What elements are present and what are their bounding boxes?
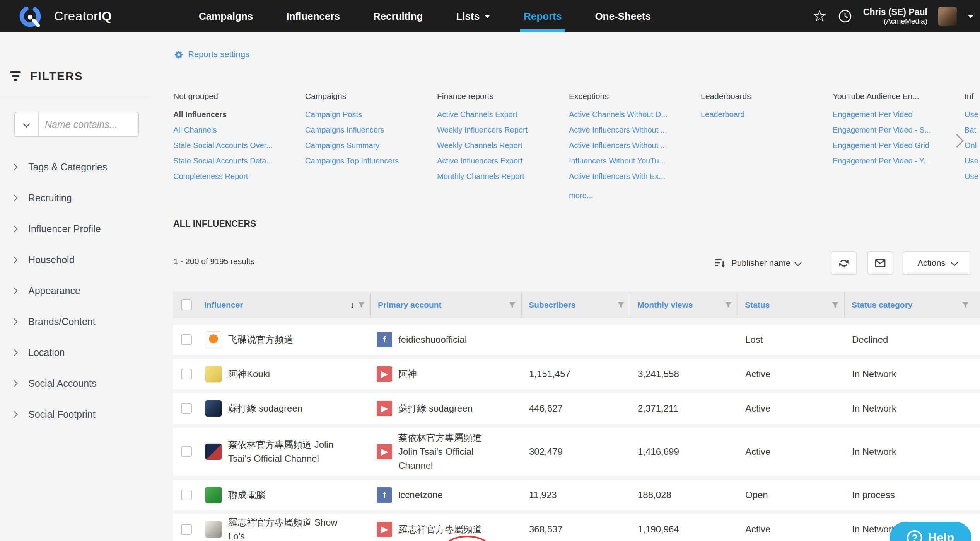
report-link[interactable]: Engagement Per Video - S...: [833, 122, 956, 138]
sort-desc-icon[interactable]: ↓: [350, 301, 355, 310]
filter-funnel-icon[interactable]: [509, 301, 516, 309]
report-link[interactable]: Campaign Posts: [305, 107, 429, 122]
filter-section-item[interactable]: Tags & Categories: [0, 151, 155, 182]
network-icon: ▶: [377, 444, 392, 459]
influencer-name[interactable]: 聯成電腦: [228, 488, 265, 502]
app-logo[interactable]: CreatorIQ: [18, 0, 112, 32]
report-link[interactable]: Active Influencers Export: [437, 153, 560, 168]
table-row[interactable]: 聯成電腦 f lccnetzone 11,923 188,028 Open In…: [173, 480, 980, 510]
nav-item[interactable]: Reports: [524, 0, 562, 32]
filter-section-item[interactable]: Household: [0, 244, 155, 275]
report-link[interactable]: Campaigns Top Influencers: [305, 153, 429, 168]
sort-lines-icon: [714, 257, 726, 269]
nav-item[interactable]: One-Sheets: [595, 0, 651, 32]
influencer-name[interactable]: 阿神Kouki: [228, 367, 270, 381]
table-row[interactable]: 阿神Kouki ▶ 阿神 1,151,457 3,241,558 Active …: [173, 359, 980, 389]
report-link[interactable]: Campaigns Influencers: [305, 122, 429, 138]
column-header-influencer[interactable]: Influencer ↓: [197, 292, 370, 318]
report-link[interactable]: Use: [965, 107, 980, 122]
column-header-monthly-views[interactable]: Monthly views: [630, 292, 738, 318]
report-link[interactable]: Engagement Per Video - Y...: [833, 153, 956, 168]
row-checkbox[interactable]: [181, 369, 192, 379]
report-link[interactable]: Monthly Channels Report: [437, 168, 560, 184]
report-link[interactable]: All Channels: [173, 122, 297, 138]
filter-section-label: Tags & Categories: [28, 162, 107, 173]
report-link[interactable]: Engagement Per Video: [833, 107, 956, 122]
actions-label: Actions: [917, 258, 945, 268]
report-link[interactable]: Stale Social Accounts Over...: [173, 138, 297, 153]
report-link[interactable]: Use: [965, 153, 980, 168]
report-link[interactable]: Active Influencers Without ...: [569, 122, 692, 138]
select-all-checkbox[interactable]: [181, 299, 192, 310]
column-header-primary-account[interactable]: Primary account: [370, 292, 521, 318]
report-link[interactable]: Bat: [965, 122, 980, 138]
name-contains-input[interactable]: [39, 112, 138, 136]
report-link[interactable]: Active Channels Without D...: [569, 107, 692, 122]
filter-icon: [10, 71, 21, 81]
filter-funnel-icon[interactable]: [831, 301, 839, 309]
filter-section-item[interactable]: Social Footprint: [0, 399, 155, 430]
filter-section-item[interactable]: Social Accounts: [0, 368, 155, 399]
recent-history-button[interactable]: [838, 9, 852, 24]
email-button[interactable]: [867, 251, 893, 275]
filter-type-dropdown[interactable]: [15, 112, 39, 136]
refresh-button[interactable]: [831, 251, 857, 275]
report-link[interactable]: Stale Social Accounts Deta...: [173, 153, 297, 168]
filter-section-item[interactable]: Appearance: [0, 275, 155, 306]
nav-item[interactable]: Lists: [456, 0, 490, 32]
report-link[interactable]: Active Influencers With Ex...: [569, 168, 692, 184]
filter-funnel-icon[interactable]: [725, 301, 732, 309]
report-link[interactable]: Influencers Without YouTu...: [569, 153, 692, 168]
filter-funnel-icon[interactable]: [962, 301, 969, 309]
table-row[interactable]: 羅志祥官方專屬頻道 Show Lo's ▶ 羅志祥官方專屬頻道 368,537 …: [173, 514, 980, 541]
report-link[interactable]: Active Influencers Without ...: [569, 138, 692, 153]
filter-funnel-icon[interactable]: [617, 301, 625, 309]
report-link[interactable]: Active Channels Export: [437, 107, 560, 122]
influencer-name[interactable]: 飞碟说官方频道: [228, 333, 293, 347]
more-reports-link[interactable]: more...: [569, 188, 692, 203]
filter-section-item[interactable]: Brands/Content: [0, 306, 155, 337]
report-link[interactable]: Campaigns Summary: [305, 138, 429, 153]
column-header-status[interactable]: Status: [738, 292, 844, 318]
report-link[interactable]: Use: [965, 168, 980, 184]
filter-section-item[interactable]: Recruiting: [0, 182, 155, 213]
report-group-exceptions: Exceptions Active Channels Without D...A…: [569, 92, 701, 203]
report-link[interactable]: Weekly Channels Report: [437, 138, 560, 153]
row-checkbox[interactable]: [181, 446, 192, 457]
nav-item[interactable]: Campaigns: [199, 0, 253, 32]
sort-control[interactable]: Publisher name: [714, 251, 801, 275]
report-link[interactable]: Completeness Report: [173, 168, 297, 184]
report-link[interactable]: Onl: [965, 138, 980, 153]
report-link[interactable]: Leaderboard: [701, 107, 824, 122]
report-link[interactable]: All Influencers: [173, 107, 297, 122]
report-group-title: Leaderboards: [701, 92, 824, 101]
reports-settings-link[interactable]: Reports settings: [174, 49, 249, 60]
row-checkbox[interactable]: [181, 334, 192, 345]
report-groups: Not grouped All InfluencersAll ChannelsS…: [173, 92, 980, 203]
help-button[interactable]: ? Help: [890, 522, 971, 541]
report-link[interactable]: Weekly Influencers Report: [437, 122, 560, 138]
table-row[interactable]: 蘇打綠 sodagreen ▶ 蘇打綠 sodagreen 446,627 2,…: [173, 393, 980, 424]
column-header-status-category[interactable]: Status category: [844, 292, 980, 318]
influencer-name[interactable]: 蘇打綠 sodagreen: [228, 401, 302, 415]
filter-section-item[interactable]: Influencer Profile: [0, 213, 155, 244]
filter-funnel-icon[interactable]: [358, 301, 365, 309]
actions-button[interactable]: Actions: [903, 251, 971, 275]
row-checkbox[interactable]: [181, 490, 192, 500]
report-link[interactable]: Engagement Per Video Grid: [833, 138, 956, 153]
status-category-value: Declined: [844, 334, 980, 345]
nav-item[interactable]: Influencers: [286, 0, 340, 32]
filter-section-item[interactable]: Location: [0, 337, 155, 368]
favorites-button[interactable]: ☆: [812, 8, 827, 24]
row-checkbox[interactable]: [181, 524, 192, 535]
table-row[interactable]: 飞碟说官方频道 f feidieshuoofficial Lost Declin…: [173, 325, 980, 355]
table-row[interactable]: 蔡依林官方專屬頻道 Jolin Tsai's Official Channel …: [173, 428, 980, 476]
column-header-subscribers[interactable]: Subscribers: [521, 292, 630, 318]
avatar[interactable]: [938, 7, 957, 26]
chevron-down-icon[interactable]: [968, 15, 974, 18]
creatoriq-logo-icon: [18, 4, 43, 29]
nav-item[interactable]: Recruiting: [373, 0, 423, 32]
influencer-name[interactable]: 蔡依林官方專屬頻道 Jolin Tsai's Official Channel: [228, 438, 344, 466]
influencer-name[interactable]: 羅志祥官方專屬頻道 Show Lo's: [228, 515, 344, 541]
row-checkbox[interactable]: [181, 403, 192, 414]
